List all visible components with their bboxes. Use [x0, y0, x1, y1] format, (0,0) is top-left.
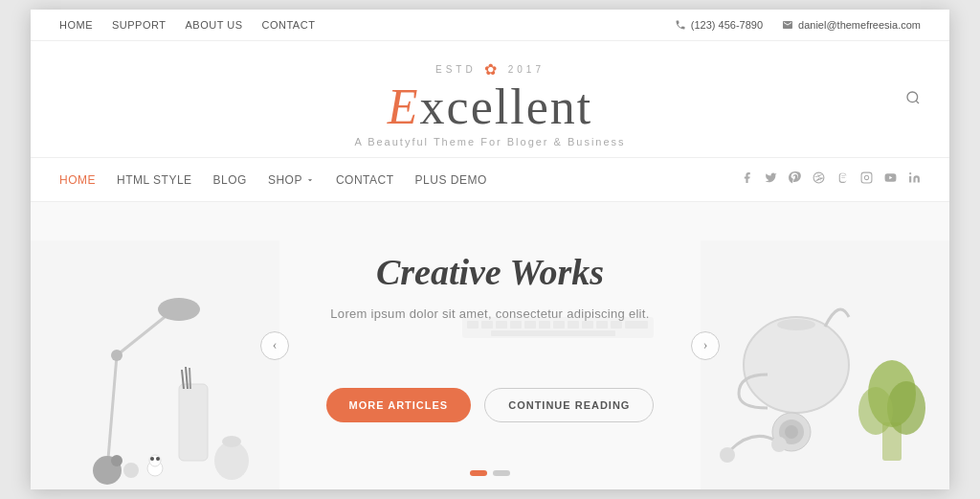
svg-rect-47: [596, 321, 608, 329]
linkedin-icon[interactable]: [908, 171, 921, 188]
hero-title: Creative Works: [326, 251, 655, 293]
svg-point-2: [813, 172, 824, 183]
phone-info: (123) 456-7890: [675, 19, 763, 31]
svg-rect-44: [553, 321, 565, 329]
svg-point-30: [785, 425, 798, 439]
pinterest2-icon[interactable]: [813, 171, 825, 188]
svg-point-34: [858, 387, 893, 435]
nav-html-style[interactable]: HTML STYLE: [117, 173, 192, 187]
svg-rect-48: [611, 321, 622, 329]
svg-point-24: [123, 463, 139, 478]
nav-blog[interactable]: BLOG: [213, 173, 247, 187]
svg-point-16: [222, 436, 241, 447]
svg-rect-46: [582, 321, 593, 329]
hero-right-image: [701, 240, 949, 489]
logo-area: ESTD ✿ 2017 Excellent A Beautyful Theme …: [31, 41, 949, 157]
site-title: Excellent: [59, 82, 921, 132]
svg-rect-40: [496, 321, 507, 329]
svg-point-35: [720, 447, 735, 463]
svg-rect-42: [524, 321, 536, 329]
svg-rect-43: [539, 321, 550, 329]
instagram-icon[interactable]: [860, 171, 873, 188]
svg-rect-14: [179, 384, 208, 461]
logo-first-letter: E: [388, 79, 420, 134]
svg-rect-50: [491, 330, 615, 336]
browser-frame: HOME SUPPORT ABOUT US CONTACT (123) 456-…: [31, 10, 949, 489]
nav-shop[interactable]: SHOP: [268, 173, 315, 187]
nav-plus-demo[interactable]: PLUS DEMO: [415, 173, 487, 187]
twitter-icon[interactable]: [765, 171, 777, 188]
hero-content: Creative Works Lorem ipsum dolor sit ame…: [307, 213, 674, 480]
svg-rect-38: [467, 321, 479, 329]
top-nav-support[interactable]: SUPPORT: [112, 19, 166, 31]
svg-point-23: [156, 457, 160, 461]
svg-point-22: [150, 457, 154, 461]
social-icons: [741, 171, 921, 188]
phone-number: (123) 456-7890: [691, 19, 763, 31]
svg-point-33: [887, 381, 925, 435]
facebook-icon[interactable]: [741, 171, 753, 188]
svg-line-19: [189, 368, 190, 389]
nav-home[interactable]: HOME: [59, 173, 96, 187]
svg-point-13: [111, 350, 122, 361]
logo-rest: xcellent: [420, 79, 593, 134]
svg-point-0: [907, 92, 918, 102]
svg-point-10: [158, 298, 200, 321]
slider-prev-arrow[interactable]: ‹: [260, 331, 289, 360]
nav-contact[interactable]: CONTACT: [336, 173, 394, 187]
top-nav-contact[interactable]: CONTACT: [262, 19, 316, 31]
pinterest-icon[interactable]: [789, 171, 801, 188]
contact-info: (123) 456-7890 daniel@themefreesia.com: [675, 19, 921, 31]
flower-icon: ✿: [484, 60, 501, 79]
logo-estd: ESTD ✿ 2017: [59, 60, 921, 79]
main-nav: HOME HTML STYLE BLOG SHOP CONTACT PLUS D…: [31, 157, 949, 202]
continue-reading-button[interactable]: CONTINUE READING: [484, 388, 654, 422]
top-nav-home[interactable]: HOME: [59, 19, 93, 31]
hero-left-image: [31, 240, 279, 489]
more-articles-button[interactable]: MORE ARTICLES: [326, 388, 472, 422]
main-nav-links: HOME HTML STYLE BLOG SHOP CONTACT PLUS D…: [59, 173, 487, 187]
search-icon[interactable]: [905, 90, 921, 109]
email-address: daniel@themefreesia.com: [798, 19, 921, 31]
top-nav-about[interactable]: ABOUT US: [185, 19, 242, 31]
youtube-icon[interactable]: [884, 171, 897, 188]
site-tagline: A Beautyful Theme For Bloger & Business: [59, 136, 921, 147]
svg-point-27: [777, 319, 815, 330]
svg-point-26: [744, 317, 849, 413]
slider-next-arrow[interactable]: ›: [691, 331, 720, 360]
svg-point-6: [909, 172, 911, 174]
hero-slider: ‹ Creative Works Lorem ipsum dolor sit a…: [31, 202, 949, 489]
hero-buttons: MORE ARTICLES CONTINUE READING: [326, 388, 655, 422]
blogger-icon[interactable]: [836, 171, 849, 188]
top-bar: HOME SUPPORT ABOUT US CONTACT (123) 456-…: [31, 10, 949, 41]
email-info: daniel@themefreesia.com: [782, 19, 921, 31]
svg-rect-45: [568, 321, 579, 329]
top-nav: HOME SUPPORT ABOUT US CONTACT: [59, 19, 315, 31]
svg-rect-41: [510, 321, 522, 329]
svg-point-36: [771, 437, 787, 452]
svg-point-12: [111, 455, 122, 466]
svg-line-1: [916, 101, 919, 103]
svg-rect-3: [861, 172, 872, 183]
svg-rect-49: [625, 321, 648, 329]
svg-rect-39: [481, 321, 493, 329]
svg-point-21: [149, 455, 161, 466]
